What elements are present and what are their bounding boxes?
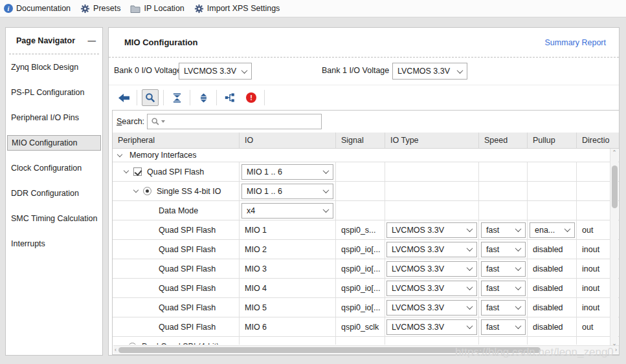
single-ss-mio-select[interactable]: MIO 1 .. 6: [241, 184, 333, 199]
column-header-pullup[interactable]: Pullup: [528, 133, 577, 148]
documentation-label: Documentation: [16, 4, 71, 13]
search-toggle-button[interactable]: [142, 89, 159, 106]
errors-button[interactable]: !: [243, 89, 260, 106]
table-row-mio-6: Quad SPI Flash MIO 6 qspi0_sclk LVCMOS 3…: [113, 317, 619, 337]
io-type-select[interactable]: LVCMOS 3.3V: [386, 319, 477, 335]
column-header-io[interactable]: IO: [240, 133, 336, 148]
sidebar-item-ddr-configuration[interactable]: DDR Configuration: [7, 186, 101, 201]
chevron-down-icon: [467, 284, 473, 290]
bank0-voltage-select[interactable]: LVCMOS 3.3V: [179, 63, 252, 80]
back-button[interactable]: [115, 89, 132, 106]
column-header-io-type[interactable]: IO Type: [385, 133, 479, 148]
chevron-down-icon: [515, 323, 522, 329]
search-row: Search:: [113, 111, 619, 133]
collapse-panel-button[interactable]: —: [88, 36, 96, 45]
bank-voltage-row: Bank 0 I/O Voltage LVCMOS 3.3V Bank 1 I/…: [109, 58, 619, 85]
search-icon: [151, 117, 160, 126]
divider: [216, 90, 217, 105]
io-type-select[interactable]: LVCMOS 3.3V: [386, 300, 477, 316]
table-row-single-ss-4bit-io: Single SS 4-bit IO MIO 1 .. 6: [113, 182, 619, 201]
bank0-voltage-label: Bank 0 I/O Voltage: [114, 66, 181, 75]
scroll-right-icon[interactable]: ›: [615, 346, 617, 354]
chevron-down-icon: [467, 226, 473, 232]
table-header: Peripheral IO Signal IO Type Speed Pullu…: [113, 133, 619, 149]
column-header-direction[interactable]: Directio: [577, 133, 610, 148]
error-icon: !: [246, 92, 256, 103]
page-navigator-panel: Page Navigator — Zynq Block Design PS-PL…: [5, 27, 103, 356]
table-row-mio-3: Quad SPI Flash MIO 3 qspi0_io[... LVCMOS…: [113, 259, 619, 279]
page-title: MIO Configuration: [124, 37, 545, 47]
sidebar-item-peripheral-io-pins[interactable]: Peripheral I/O Pins: [7, 110, 101, 125]
quad-spi-flash-checkbox[interactable]: [133, 167, 142, 176]
speed-select[interactable]: fast: [481, 261, 526, 277]
collapse-chevron-icon[interactable]: [124, 168, 129, 173]
presets-button[interactable]: Presets: [80, 4, 120, 14]
bank1-voltage-select[interactable]: LVCMOS 3.3V: [392, 63, 467, 80]
speed-select[interactable]: fast: [481, 300, 526, 316]
sidebar-item-interrupts[interactable]: Interrupts: [7, 236, 101, 252]
speed-select[interactable]: fast: [481, 319, 526, 335]
io-type-select[interactable]: LVCMOS 3.3V: [386, 222, 477, 238]
column-header-peripheral[interactable]: Peripheral: [113, 133, 240, 148]
io-type-select[interactable]: LVCMOS 3.3V: [386, 281, 477, 296]
chevron-down-icon: [457, 67, 464, 74]
sidebar-item-zynq-block-design[interactable]: Zynq Block Design: [7, 59, 101, 75]
speed-select[interactable]: fast: [481, 222, 526, 238]
search-text-field[interactable]: [166, 117, 321, 126]
table-row-mio-5: Quad SPI Flash MIO 5 qspi0_io[... LVCMOS…: [113, 298, 619, 317]
folder-icon: [130, 5, 140, 13]
horizontal-scrollbar[interactable]: ‹ ›: [113, 345, 619, 354]
summary-report-link[interactable]: Summary Report: [545, 38, 606, 47]
table-row-dual-quad-spi-clipped: Dual Quad SPI (4-bit): [113, 337, 619, 345]
table-row-mio-4: Quad SPI Flash MIO 4 qspi0_io[... LVCMOS…: [113, 279, 619, 298]
collapse-chevron-icon[interactable]: [118, 343, 124, 345]
collapse-chevron-icon[interactable]: [117, 151, 122, 156]
table-row-quad-spi-flash: Quad SPI Flash MIO 1 .. 6: [113, 162, 619, 182]
io-type-select[interactable]: LVCMOS 3.3V: [386, 242, 477, 257]
divider: [190, 90, 190, 105]
pullup-select[interactable]: ena...: [530, 222, 575, 238]
vertical-scrollbar[interactable]: ⌃ ⌄: [610, 149, 618, 347]
documentation-button[interactable]: i Documentation: [4, 4, 71, 13]
column-header-signal[interactable]: Signal: [336, 133, 385, 148]
gear-icon: [80, 4, 90, 14]
chevron-down-icon: [515, 303, 522, 310]
chevron-down-icon: [515, 245, 522, 252]
sidebar-item-clock-configuration[interactable]: Clock Configuration: [7, 160, 101, 176]
search-input[interactable]: [147, 114, 322, 129]
chevron-down-icon: [323, 167, 330, 174]
single-ss-radio[interactable]: [143, 187, 151, 195]
chevron-down-icon: [565, 226, 571, 232]
divider: [163, 90, 164, 105]
scroll-left-icon[interactable]: ‹: [115, 346, 117, 354]
vertical-scrollbar-thumb[interactable]: [612, 166, 618, 208]
sidebar-item-smc-timing-calculation[interactable]: SMC Timing Calculation: [7, 211, 101, 226]
page-navigator-list: Zynq Block Design PS-PL Configuration Pe…: [6, 54, 102, 252]
expand-all-button[interactable]: [195, 89, 212, 106]
collapse-all-button[interactable]: [168, 89, 185, 106]
data-mode-select[interactable]: x4: [241, 203, 333, 219]
sidebar-item-mio-configuration[interactable]: MIO Configuration: [7, 135, 101, 151]
quad-spi-mio-select[interactable]: MIO 1 .. 6: [241, 164, 333, 180]
speed-select[interactable]: fast: [481, 242, 526, 257]
horizontal-scrollbar-thumb[interactable]: [118, 347, 541, 353]
top-toolbar: i Documentation Presets IP Location: [0, 0, 626, 17]
ip-location-button[interactable]: IP Location: [130, 4, 184, 13]
column-header-speed[interactable]: Speed: [479, 133, 528, 148]
search-options-caret[interactable]: [161, 120, 165, 123]
scroll-up-icon[interactable]: ⌃: [612, 149, 617, 156]
table-toolbar: !: [109, 85, 619, 110]
sidebar-item-ps-pl-configuration[interactable]: PS-PL Configuration: [7, 85, 101, 100]
ip-location-label: IP Location: [144, 4, 184, 13]
collapse-chevron-icon[interactable]: [133, 187, 139, 193]
speed-select[interactable]: fast: [481, 281, 526, 296]
table-row-memory-interfaces: Memory Interfaces: [113, 149, 619, 162]
mio-table-panel: Search: Peripheral IO Signal IO Type Spe…: [112, 110, 620, 355]
import-xps-button[interactable]: Import XPS Settings: [194, 4, 280, 14]
io-type-select[interactable]: LVCMOS 3.3V: [386, 261, 477, 277]
dual-quad-spi-radio[interactable]: [128, 343, 137, 345]
show-connections-button[interactable]: [221, 89, 238, 106]
chevron-down-icon: [515, 284, 522, 290]
page-navigator-title: Page Navigator: [16, 36, 88, 45]
chevron-down-icon: [467, 264, 473, 271]
